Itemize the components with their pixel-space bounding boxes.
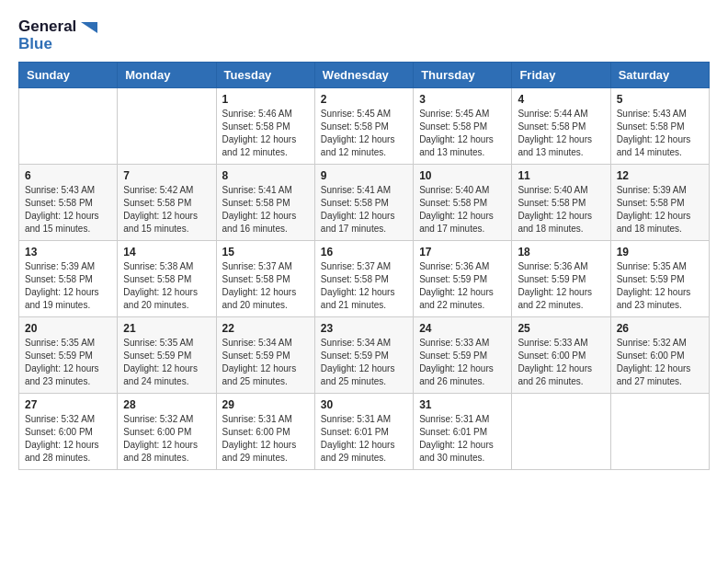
day-info: Sunrise: 5:43 AMSunset: 5:58 PMDaylight:… xyxy=(25,184,111,236)
day-number: 16 xyxy=(321,246,407,259)
day-info: Sunrise: 5:35 AMSunset: 5:59 PMDaylight:… xyxy=(123,337,210,388)
calendar-cell: 31Sunrise: 5:31 AMSunset: 6:01 PMDayligh… xyxy=(414,394,512,470)
day-number: 27 xyxy=(25,398,111,411)
calendar-cell: 7Sunrise: 5:42 AMSunset: 5:58 PMDaylight… xyxy=(118,165,216,241)
day-info: Sunrise: 5:31 AMSunset: 6:01 PMDaylight:… xyxy=(321,413,407,465)
logo-general: General xyxy=(18,18,97,36)
day-number: 15 xyxy=(222,246,309,259)
day-info: Sunrise: 5:44 AMSunset: 5:58 PMDaylight:… xyxy=(518,108,604,159)
day-number: 31 xyxy=(419,398,506,411)
weekday-header-wednesday: Wednesday xyxy=(314,63,413,88)
day-number: 11 xyxy=(518,169,604,182)
calendar-cell: 18Sunrise: 5:36 AMSunset: 5:59 PMDayligh… xyxy=(512,241,610,317)
calendar-cell: 29Sunrise: 5:31 AMSunset: 6:00 PMDayligh… xyxy=(216,394,314,470)
calendar-body: 1Sunrise: 5:46 AMSunset: 5:58 PMDaylight… xyxy=(19,88,710,470)
calendar-cell: 16Sunrise: 5:37 AMSunset: 5:58 PMDayligh… xyxy=(314,241,413,317)
calendar-week-row: 6Sunrise: 5:43 AMSunset: 5:58 PMDaylight… xyxy=(19,165,710,241)
calendar-cell: 26Sunrise: 5:32 AMSunset: 6:00 PMDayligh… xyxy=(610,317,709,394)
calendar-cell: 4Sunrise: 5:44 AMSunset: 5:58 PMDaylight… xyxy=(512,88,610,165)
day-info: Sunrise: 5:43 AMSunset: 5:58 PMDaylight:… xyxy=(617,108,703,159)
day-info: Sunrise: 5:39 AMSunset: 5:58 PMDaylight:… xyxy=(25,260,111,312)
day-number: 12 xyxy=(617,169,703,182)
calendar-table: SundayMondayTuesdayWednesdayThursdayFrid… xyxy=(18,62,710,470)
day-info: Sunrise: 5:33 AMSunset: 5:59 PMDaylight:… xyxy=(419,337,506,388)
calendar-cell: 10Sunrise: 5:40 AMSunset: 5:58 PMDayligh… xyxy=(414,165,512,241)
calendar-cell: 1Sunrise: 5:46 AMSunset: 5:58 PMDaylight… xyxy=(216,88,314,165)
calendar-cell: 12Sunrise: 5:39 AMSunset: 5:58 PMDayligh… xyxy=(610,165,709,241)
day-info: Sunrise: 5:45 AMSunset: 5:58 PMDaylight:… xyxy=(321,108,407,159)
day-number: 25 xyxy=(518,322,604,335)
day-number: 7 xyxy=(123,169,210,182)
calendar-cell: 8Sunrise: 5:41 AMSunset: 5:58 PMDaylight… xyxy=(216,165,314,241)
weekday-header-tuesday: Tuesday xyxy=(216,63,314,88)
day-number: 9 xyxy=(321,169,407,182)
day-number: 14 xyxy=(123,246,210,259)
weekday-header-saturday: Saturday xyxy=(610,63,709,88)
calendar-cell: 3Sunrise: 5:45 AMSunset: 5:58 PMDaylight… xyxy=(414,88,512,165)
day-info: Sunrise: 5:31 AMSunset: 6:00 PMDaylight:… xyxy=(222,413,309,465)
day-number: 17 xyxy=(419,246,506,259)
calendar-week-row: 13Sunrise: 5:39 AMSunset: 5:58 PMDayligh… xyxy=(19,241,710,317)
day-info: Sunrise: 5:32 AMSunset: 6:00 PMDaylight:… xyxy=(617,337,703,388)
day-info: Sunrise: 5:36 AMSunset: 5:59 PMDaylight:… xyxy=(518,260,604,312)
calendar-cell: 27Sunrise: 5:32 AMSunset: 6:00 PMDayligh… xyxy=(19,394,118,470)
day-info: Sunrise: 5:31 AMSunset: 6:01 PMDaylight:… xyxy=(419,413,506,465)
day-info: Sunrise: 5:40 AMSunset: 5:58 PMDaylight:… xyxy=(518,184,604,236)
calendar-cell xyxy=(118,88,216,165)
svg-marker-0 xyxy=(81,22,97,33)
day-info: Sunrise: 5:37 AMSunset: 5:58 PMDaylight:… xyxy=(321,260,407,312)
calendar-cell: 17Sunrise: 5:36 AMSunset: 5:59 PMDayligh… xyxy=(414,241,512,317)
day-number: 30 xyxy=(321,398,407,411)
calendar-cell: 22Sunrise: 5:34 AMSunset: 5:59 PMDayligh… xyxy=(216,317,314,394)
day-info: Sunrise: 5:46 AMSunset: 5:58 PMDaylight:… xyxy=(222,108,309,159)
calendar-cell: 25Sunrise: 5:33 AMSunset: 6:00 PMDayligh… xyxy=(512,317,610,394)
calendar-cell: 6Sunrise: 5:43 AMSunset: 5:58 PMDaylight… xyxy=(19,165,118,241)
calendar-cell: 14Sunrise: 5:38 AMSunset: 5:58 PMDayligh… xyxy=(118,241,216,317)
logo: General Blue xyxy=(18,18,97,52)
logo-blue: Blue xyxy=(18,36,97,53)
calendar-cell: 11Sunrise: 5:40 AMSunset: 5:58 PMDayligh… xyxy=(512,165,610,241)
day-number: 19 xyxy=(617,246,703,259)
day-info: Sunrise: 5:35 AMSunset: 5:59 PMDaylight:… xyxy=(617,260,703,312)
calendar-week-row: 1Sunrise: 5:46 AMSunset: 5:58 PMDaylight… xyxy=(19,88,710,165)
day-info: Sunrise: 5:35 AMSunset: 5:59 PMDaylight:… xyxy=(25,337,111,388)
day-number: 28 xyxy=(123,398,210,411)
day-info: Sunrise: 5:34 AMSunset: 5:59 PMDaylight:… xyxy=(222,337,309,388)
day-info: Sunrise: 5:38 AMSunset: 5:58 PMDaylight:… xyxy=(123,260,210,312)
day-number: 21 xyxy=(123,322,210,335)
day-number: 29 xyxy=(222,398,309,411)
day-info: Sunrise: 5:39 AMSunset: 5:58 PMDaylight:… xyxy=(617,184,703,236)
day-number: 8 xyxy=(222,169,309,182)
calendar-cell xyxy=(19,88,118,165)
day-info: Sunrise: 5:40 AMSunset: 5:58 PMDaylight:… xyxy=(419,184,506,236)
calendar-cell: 24Sunrise: 5:33 AMSunset: 5:59 PMDayligh… xyxy=(414,317,512,394)
day-number: 2 xyxy=(321,93,407,106)
calendar-cell: 9Sunrise: 5:41 AMSunset: 5:58 PMDaylight… xyxy=(314,165,413,241)
day-info: Sunrise: 5:36 AMSunset: 5:59 PMDaylight:… xyxy=(419,260,506,312)
day-info: Sunrise: 5:33 AMSunset: 6:00 PMDaylight:… xyxy=(518,337,604,388)
calendar-cell: 13Sunrise: 5:39 AMSunset: 5:58 PMDayligh… xyxy=(19,241,118,317)
day-number: 22 xyxy=(222,322,309,335)
weekday-header-sunday: Sunday xyxy=(19,63,118,88)
day-number: 26 xyxy=(617,322,703,335)
day-number: 5 xyxy=(617,93,703,106)
day-info: Sunrise: 5:32 AMSunset: 6:00 PMDaylight:… xyxy=(25,413,111,465)
calendar-week-row: 20Sunrise: 5:35 AMSunset: 5:59 PMDayligh… xyxy=(19,317,710,394)
day-info: Sunrise: 5:32 AMSunset: 6:00 PMDaylight:… xyxy=(123,413,210,465)
day-number: 10 xyxy=(419,169,506,182)
day-number: 23 xyxy=(321,322,407,335)
calendar-cell: 5Sunrise: 5:43 AMSunset: 5:58 PMDaylight… xyxy=(610,88,709,165)
weekday-header-thursday: Thursday xyxy=(414,63,512,88)
day-number: 24 xyxy=(419,322,506,335)
calendar-cell: 2Sunrise: 5:45 AMSunset: 5:58 PMDaylight… xyxy=(314,88,413,165)
page-header: General Blue xyxy=(18,18,710,52)
calendar-cell xyxy=(610,394,709,470)
day-info: Sunrise: 5:37 AMSunset: 5:58 PMDaylight:… xyxy=(222,260,309,312)
calendar-cell: 30Sunrise: 5:31 AMSunset: 6:01 PMDayligh… xyxy=(314,394,413,470)
day-info: Sunrise: 5:34 AMSunset: 5:59 PMDaylight:… xyxy=(321,337,407,388)
weekday-header-monday: Monday xyxy=(118,63,216,88)
calendar-cell: 28Sunrise: 5:32 AMSunset: 6:00 PMDayligh… xyxy=(118,394,216,470)
day-info: Sunrise: 5:45 AMSunset: 5:58 PMDaylight:… xyxy=(419,108,506,159)
calendar-cell: 21Sunrise: 5:35 AMSunset: 5:59 PMDayligh… xyxy=(118,317,216,394)
day-number: 18 xyxy=(518,246,604,259)
